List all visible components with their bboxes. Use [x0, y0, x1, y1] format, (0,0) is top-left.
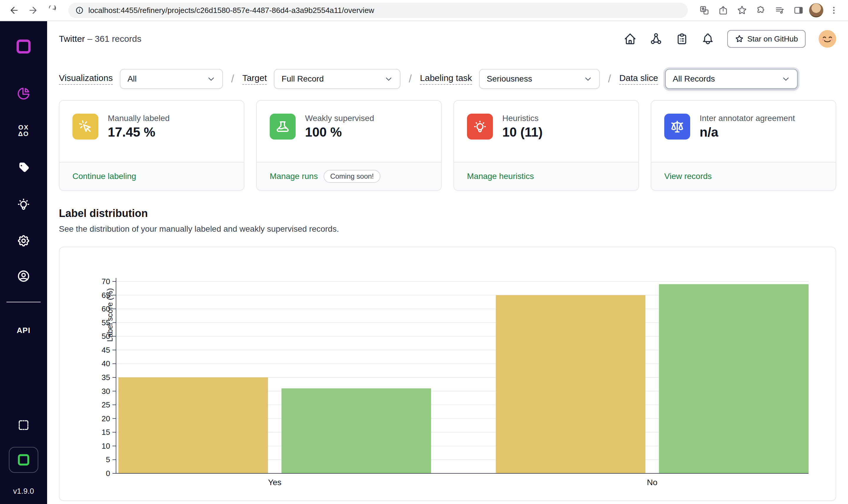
lightbulb-icon	[17, 198, 30, 211]
version-label: v1.9.0	[13, 487, 34, 496]
label-distribution-subtitle: See the distribution of your manually la…	[59, 224, 836, 234]
share-icon[interactable]	[715, 3, 732, 18]
view-records-link[interactable]: View records	[664, 172, 712, 181]
changelog-button[interactable]	[675, 32, 688, 45]
bookmark-star-icon[interactable]	[734, 3, 750, 18]
project-name: Twitter	[59, 34, 85, 43]
notifications-button[interactable]	[701, 32, 714, 45]
bell-icon	[701, 32, 714, 45]
sidebar-item-api[interactable]: API	[0, 326, 47, 335]
selected-value: All Records	[673, 74, 715, 84]
sidebar-item-data-browser[interactable]: OX ΔO	[0, 124, 47, 137]
card-label: Inter annotator agreement	[700, 114, 795, 123]
star-icon	[735, 34, 744, 43]
workflow-logo-button[interactable]	[0, 447, 47, 473]
url-bar[interactable]: localhost:4455/refinery/projects/c26d158…	[68, 3, 688, 18]
translate-icon[interactable]	[696, 3, 712, 18]
svg-text:35: 35	[102, 373, 110, 382]
continue-labeling-link[interactable]: Continue labeling	[72, 172, 136, 181]
stat-cards: Manually labeled 17.45 % Continue labeli…	[59, 100, 836, 191]
chevron-down-icon	[782, 75, 790, 83]
chevron-down-icon	[384, 75, 393, 83]
manage-heuristics-link[interactable]: Manage heuristics	[467, 172, 534, 181]
sidebar-item-heuristics[interactable]	[0, 198, 47, 211]
records-count: – 361 records	[88, 34, 141, 43]
app-header: Twitter – 361 records Star on Gi	[59, 21, 836, 56]
filter-separator: /	[608, 73, 611, 85]
sidebar-item-labeling[interactable]	[0, 161, 47, 174]
cursor-click-icon	[78, 120, 92, 134]
svg-text:15: 15	[102, 428, 110, 436]
browser-menu-icon[interactable]	[826, 3, 842, 18]
main-content: Twitter – 361 records Star on Gi	[47, 21, 848, 504]
svg-text:0: 0	[106, 469, 110, 478]
scale-icon	[670, 120, 684, 134]
svg-text:45: 45	[102, 346, 110, 355]
label-distribution-card: 0510152025303540455055606570YesNoLabel s…	[59, 247, 836, 501]
labeling-task-select[interactable]: Seriousness	[479, 69, 600, 89]
selected-value: All	[127, 74, 137, 84]
sidebar-divider	[0, 302, 47, 302]
card-inter-annotator: Inter annotator agreement n/a View recor…	[651, 100, 836, 191]
graph-icon	[650, 32, 663, 45]
clipboard-list-icon	[675, 32, 688, 45]
graph-button[interactable]	[650, 32, 663, 45]
version-label-wrap: v1.9.0	[0, 487, 47, 496]
card-icon-tile	[72, 114, 98, 140]
labeling-task-label: Labeling task	[420, 73, 472, 85]
svg-text:40: 40	[102, 359, 110, 368]
card-weakly-supervised: Weakly supervised 100 % Manage runs Comi…	[256, 100, 442, 191]
filter-bar: Visualizations All / Target Full Record …	[59, 68, 836, 90]
svg-text:10: 10	[102, 442, 110, 450]
beaker-icon	[276, 120, 290, 134]
refinery-logo-icon	[15, 38, 32, 55]
card-value: 17.45 %	[108, 125, 169, 140]
sidebar-item-settings[interactable]	[0, 234, 47, 248]
target-select[interactable]: Full Record	[274, 69, 400, 89]
visualizations-select[interactable]: All	[120, 69, 223, 89]
star-on-github-button[interactable]: Star on GitHub	[727, 30, 806, 48]
pie-chart-icon	[17, 87, 31, 101]
coming-soon-badge: Coming soon!	[324, 170, 380, 183]
label-distribution-title: Label distribution	[59, 207, 836, 220]
extensions-icon[interactable]	[753, 3, 769, 18]
home-button[interactable]	[624, 32, 636, 45]
target-label: Target	[242, 73, 267, 85]
home-icon	[624, 32, 636, 45]
card-label: Manually labeled	[108, 114, 169, 123]
svg-text:5: 5	[106, 455, 110, 464]
card-label: Heuristics	[502, 114, 543, 123]
data-slice-label: Data slice	[619, 73, 658, 85]
forward-button[interactable]	[25, 2, 41, 19]
site-info-icon[interactable]	[75, 6, 84, 14]
chevron-down-icon	[207, 75, 215, 83]
fullscreen-button[interactable]	[0, 419, 47, 432]
side-panel-icon[interactable]	[790, 3, 807, 18]
forward-arrow-icon	[28, 5, 38, 16]
chevron-down-icon	[584, 75, 592, 83]
sidebar-item-overview[interactable]	[0, 87, 47, 101]
app-logo[interactable]	[0, 38, 47, 55]
data-slice-select[interactable]: All Records	[665, 69, 798, 89]
label-distribution-chart[interactable]: 0510152025303540455055606570YesNoLabel s…	[59, 247, 836, 501]
svg-text:25: 25	[102, 400, 110, 409]
user-avatar[interactable]	[818, 30, 836, 48]
url-text: localhost:4455/refinery/projects/c26d158…	[88, 6, 374, 15]
card-value: 10 (11)	[502, 125, 543, 140]
svg-text:20: 20	[102, 414, 110, 423]
card-icon-tile	[270, 114, 295, 140]
browser-toolbar: localhost:4455/refinery/projects/c26d158…	[0, 0, 848, 21]
media-controls-icon[interactable]	[772, 3, 788, 18]
card-heuristics: Heuristics 10 (11) Manage heuristics	[453, 100, 639, 191]
back-arrow-icon	[9, 5, 19, 16]
page-title: Twitter – 361 records	[59, 34, 141, 44]
browser-profile-avatar[interactable]	[809, 3, 823, 17]
svg-text:No: No	[647, 478, 657, 487]
sidebar-item-account[interactable]	[0, 269, 47, 283]
filter-separator: /	[231, 73, 234, 85]
reload-button[interactable]	[43, 2, 60, 19]
back-button[interactable]	[6, 2, 22, 19]
card-value: 100 %	[305, 125, 374, 140]
manage-runs-link[interactable]: Manage runs	[270, 172, 318, 181]
selected-value: Full Record	[282, 74, 324, 84]
